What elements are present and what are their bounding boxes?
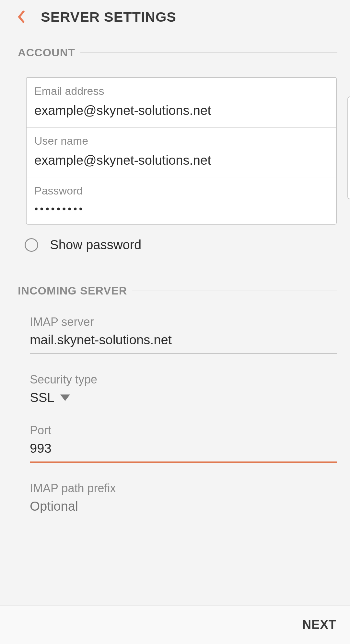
section-heading-divider [132, 291, 337, 291]
username-label: User name [34, 135, 328, 147]
security-type-label: Security type [30, 373, 337, 386]
scroll-edge-indicator [347, 96, 350, 199]
imap-server-label: IMAP server [30, 315, 337, 329]
security-type-dropdown[interactable]: SSL [30, 390, 337, 405]
account-box: Email address User name Password •••••••… [26, 77, 337, 225]
show-password-toggle[interactable]: Show password [25, 238, 350, 252]
password-field[interactable]: ••••••••• [34, 203, 328, 215]
back-icon[interactable] [17, 9, 27, 25]
content-area: ACCOUNT Email address User name Password… [0, 34, 350, 514]
imap-path-prefix-field[interactable] [30, 499, 337, 514]
email-label: Email address [34, 85, 328, 97]
password-label: Password [34, 184, 328, 197]
section-heading-incoming: INCOMING SERVER [18, 284, 337, 297]
username-row[interactable]: User name [27, 128, 336, 177]
section-heading-incoming-text: INCOMING SERVER [18, 284, 127, 297]
email-row[interactable]: Email address [27, 78, 336, 128]
email-field[interactable] [34, 103, 328, 118]
chevron-down-icon [60, 394, 70, 401]
security-type-value: SSL [30, 390, 54, 405]
footer-bar: NEXT [0, 605, 350, 644]
show-password-checkbox[interactable] [25, 238, 38, 252]
page-title: SERVER SETTINGS [41, 9, 176, 25]
imap-path-prefix-label: IMAP path prefix [30, 482, 337, 495]
imap-server-block: IMAP server [30, 315, 337, 354]
port-block: Port [30, 424, 337, 463]
imap-path-prefix-block: IMAP path prefix [30, 482, 337, 514]
section-heading-account-text: ACCOUNT [18, 46, 75, 59]
password-row[interactable]: Password ••••••••• [27, 177, 336, 224]
port-label: Port [30, 424, 337, 437]
next-button[interactable]: NEXT [302, 618, 336, 632]
app-header: SERVER SETTINGS [0, 0, 350, 34]
security-type-block: Security type SSL [30, 373, 337, 405]
section-heading-account: ACCOUNT [18, 46, 337, 59]
show-password-label: Show password [50, 238, 141, 252]
section-heading-divider [80, 52, 337, 53]
imap-server-field[interactable] [30, 333, 337, 354]
port-field[interactable] [30, 441, 337, 463]
username-field[interactable] [34, 153, 328, 168]
